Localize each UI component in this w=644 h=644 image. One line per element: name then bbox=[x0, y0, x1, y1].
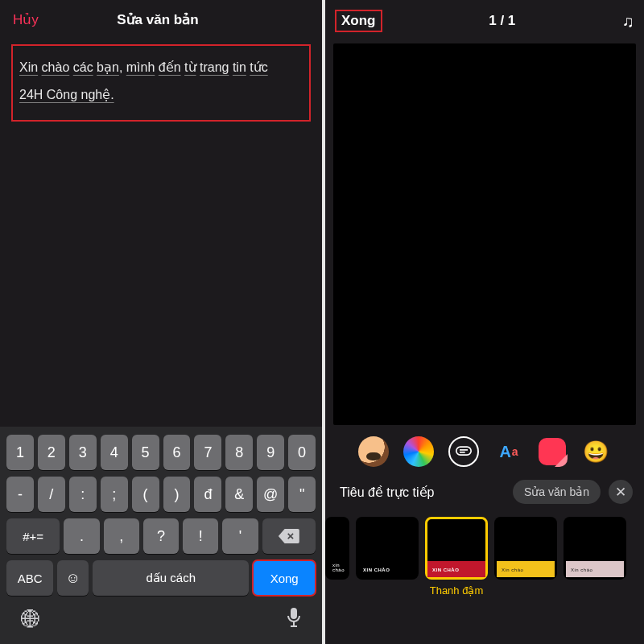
screen-title: Sửa văn bản bbox=[117, 11, 198, 28]
preview-header: Xong 1 / 1 ♫ bbox=[325, 0, 644, 39]
page-count: 1 / 1 bbox=[489, 13, 515, 29]
memoji-button[interactable] bbox=[358, 436, 389, 467]
backspace-icon bbox=[279, 529, 299, 543]
key-exclaim[interactable]: ! bbox=[183, 518, 218, 554]
title-thumb-3[interactable]: Xin chào bbox=[494, 517, 557, 580]
key-7[interactable]: 7 bbox=[194, 435, 221, 470]
svg-rect-3 bbox=[456, 447, 471, 455]
key-at[interactable]: @ bbox=[257, 477, 284, 512]
phone-left-edit-text: Hủy Sửa văn bản Xin chào các bạn, mình đ… bbox=[0, 0, 322, 644]
cancel-button[interactable]: Hủy bbox=[13, 11, 39, 28]
title-style-carousel[interactable]: xin chào XIN CHÀO XIN CHÀO Thanh đậm Xin… bbox=[325, 509, 644, 598]
done-button[interactable]: Xong bbox=[335, 10, 382, 32]
dictation-icon[interactable] bbox=[287, 607, 301, 633]
title-section-label: Tiêu đề trực tiếp bbox=[340, 485, 505, 500]
ios-keyboard: 1 2 3 4 5 6 7 8 9 0 - / : ; ( ) đ & @ bbox=[0, 427, 322, 644]
emoji-icon: ☺ bbox=[65, 570, 80, 587]
key-4[interactable]: 4 bbox=[101, 435, 128, 470]
keyboard-bottom-bar: 🌐︎ bbox=[3, 599, 319, 636]
keyboard-row-4: ABC ☺ dấu cách Xong bbox=[3, 557, 319, 599]
key-slash[interactable]: / bbox=[38, 477, 65, 512]
music-icon[interactable]: ♫ bbox=[622, 12, 634, 31]
key-colon[interactable]: : bbox=[69, 477, 97, 512]
titles-button[interactable] bbox=[448, 436, 479, 467]
svg-rect-0 bbox=[291, 608, 297, 619]
key-symbols-shift[interactable]: #+= bbox=[6, 518, 60, 554]
title-thumb-1[interactable]: XIN CHÀO bbox=[356, 517, 419, 580]
key-dash[interactable]: - bbox=[6, 477, 34, 512]
editor-header: Hủy Sửa văn bản bbox=[0, 0, 322, 36]
key-0[interactable]: 0 bbox=[288, 435, 316, 470]
filters-button[interactable] bbox=[403, 436, 434, 467]
globe-icon[interactable]: 🌐︎ bbox=[21, 609, 40, 631]
key-period[interactable]: . bbox=[64, 518, 99, 554]
key-semicolon[interactable]: ; bbox=[101, 477, 128, 512]
key-quote[interactable]: " bbox=[288, 477, 316, 512]
close-titles-button[interactable]: ✕ bbox=[609, 480, 633, 504]
keyboard-row-3: #+= . , ? ! ' bbox=[3, 515, 319, 557]
effects-toolbar: Aa 😀 bbox=[325, 425, 644, 475]
key-8[interactable]: 8 bbox=[225, 435, 253, 470]
key-comma[interactable]: , bbox=[104, 518, 139, 554]
keyboard-row-2: - / : ; ( ) đ & @ " bbox=[3, 473, 319, 515]
title-section-header: Tiêu đề trực tiếp Sửa văn bản ✕ bbox=[325, 475, 644, 509]
text-line-2: 24H Công nghệ. bbox=[19, 81, 303, 109]
key-done[interactable]: Xong bbox=[253, 560, 316, 596]
title-thumb-4[interactable]: Xin chào bbox=[564, 517, 626, 580]
title-thumb-selected[interactable]: XIN CHÀO bbox=[425, 517, 488, 580]
key-paren-close[interactable]: ) bbox=[163, 477, 191, 512]
key-question[interactable]: ? bbox=[143, 518, 179, 554]
title-thumb-prev[interactable]: xin chào bbox=[325, 517, 349, 580]
edit-text-button[interactable]: Sửa văn bản bbox=[513, 480, 601, 504]
sticker-button[interactable] bbox=[539, 438, 566, 465]
keyboard-row-1: 1 2 3 4 5 6 7 8 9 0 bbox=[3, 431, 319, 473]
key-paren-open[interactable]: ( bbox=[132, 477, 159, 512]
font-button[interactable]: Aa bbox=[493, 436, 524, 467]
key-9[interactable]: 9 bbox=[257, 435, 284, 470]
key-1[interactable]: 1 bbox=[6, 435, 34, 470]
phone-right-title-picker: Xong 1 / 1 ♫ Aa 😀 Tiêu đề trực tiếp Sửa … bbox=[322, 0, 644, 644]
key-backspace[interactable] bbox=[262, 518, 316, 554]
key-emoji[interactable]: ☺ bbox=[57, 560, 89, 596]
emoji-button[interactable]: 😀 bbox=[580, 436, 611, 467]
video-preview[interactable] bbox=[333, 43, 636, 425]
key-d-stroke[interactable]: đ bbox=[194, 477, 221, 512]
key-3[interactable]: 3 bbox=[69, 435, 97, 470]
key-ampersand[interactable]: & bbox=[225, 477, 253, 512]
selected-style-label: Thanh đậm bbox=[430, 580, 484, 597]
key-space[interactable]: dấu cách bbox=[93, 560, 249, 596]
speech-bubble-icon bbox=[456, 446, 472, 457]
key-apostrophe[interactable]: ' bbox=[222, 518, 258, 554]
text-input-area[interactable]: Xin chào các bạn, mình đến từ trang tin … bbox=[11, 44, 311, 122]
key-abc[interactable]: ABC bbox=[6, 560, 53, 596]
key-2[interactable]: 2 bbox=[38, 435, 65, 470]
text-line-1: Xin chào các bạn, mình đến từ trang tin … bbox=[19, 54, 303, 81]
key-6[interactable]: 6 bbox=[163, 435, 191, 470]
key-5[interactable]: 5 bbox=[132, 435, 159, 470]
